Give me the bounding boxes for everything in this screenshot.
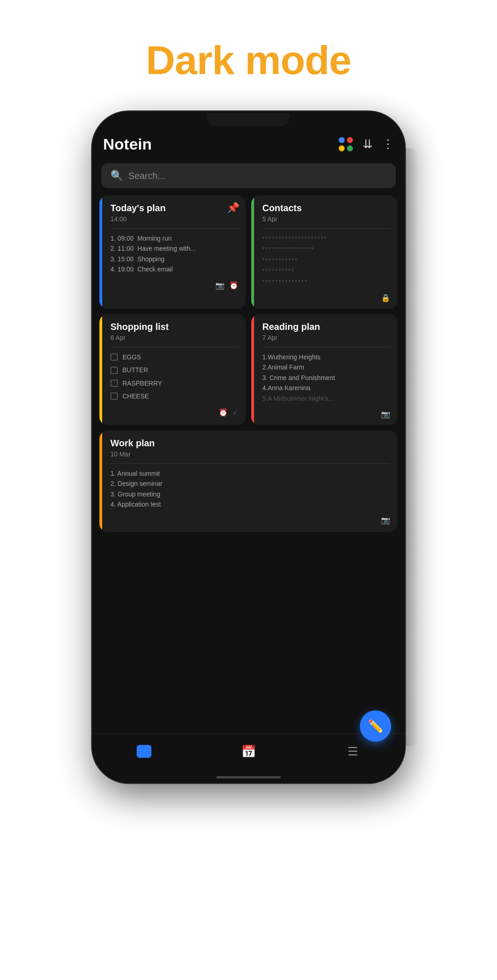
page-title: Dark mode <box>146 37 351 84</box>
list-item: CHEESE <box>110 391 238 401</box>
contacts-footer: 🔒 <box>259 294 390 302</box>
camera-icon: 📷 <box>215 281 225 290</box>
list-item: BUTTER <box>110 365 238 375</box>
notch <box>207 113 290 126</box>
alarm-icon: ⏰ <box>229 281 238 290</box>
work-footer: 📷 <box>107 516 390 525</box>
bottom-nav: 📅 ☰ <box>92 733 405 772</box>
menu-icon: ☰ <box>347 744 358 759</box>
lock-icon: 🔒 <box>381 294 390 302</box>
dot-yellow <box>339 145 345 151</box>
list-item: 2.Animal Farm <box>262 362 390 372</box>
work-body: 1. Annual summit 2. Design seminar 3. Gr… <box>110 468 390 510</box>
dot-red <box>347 137 353 143</box>
notes-nav-icon <box>137 745 151 758</box>
notes-row-2: Shopping list 6 Apr EGGS BUTTER <box>99 314 398 425</box>
list-item: 4. 19:00 Check email <box>110 264 238 274</box>
search-bar[interactable]: 🔍 Search... <box>101 163 396 188</box>
todays-plan-title: Today's plan <box>110 203 238 213</box>
checkbox[interactable] <box>110 380 118 387</box>
reading-date: 7 Apr <box>262 334 390 341</box>
fab-create-note[interactable]: ✏️ <box>360 710 391 742</box>
shopping-title: Shopping list <box>110 322 238 332</box>
list-item: 4. Application test <box>110 499 390 509</box>
more-options-icon[interactable]: ⋮ <box>382 137 394 151</box>
status-bar <box>92 111 405 128</box>
reading-title: Reading plan <box>262 322 390 332</box>
contacts-title: Contacts <box>262 203 390 213</box>
list-item: RASPBERRY <box>110 378 238 388</box>
search-icon: 🔍 <box>110 170 123 182</box>
divider <box>110 347 238 347</box>
notes-grid: 📌 Today's plan 14:00 1. 09:00 Morning ru… <box>92 196 405 733</box>
shopping-body: EGGS BUTTER RASPBERRY <box>110 352 238 402</box>
contacts-body: ******************** **************** **… <box>262 233 390 287</box>
shopping-footer: ⏰ ✓ <box>107 408 238 417</box>
list-item: 3. Group meeting <box>110 489 390 499</box>
dot-blue <box>339 137 345 143</box>
reading-body: 1.Wuthering Heights 2.Animal Farm 3. Cri… <box>262 352 390 404</box>
divider <box>110 228 238 229</box>
list-item: 1.Wuthering Heights <box>262 352 390 362</box>
item-label: BUTTER <box>122 365 148 375</box>
todays-plan-date: 14:00 <box>110 215 238 223</box>
pin-icon: 📌 <box>227 202 239 214</box>
list-item: 5.A Midsummer Night's... <box>262 393 390 404</box>
note-card-contacts[interactable]: Contacts 5 Apr ******************** ****… <box>251 196 398 309</box>
work-title: Work plan <box>110 438 390 449</box>
checkbox[interactable] <box>110 367 118 374</box>
contacts-date: 5 Apr <box>262 215 390 223</box>
google-dots-icon[interactable] <box>339 137 353 152</box>
divider <box>262 347 390 347</box>
shopping-date: 6 Apr <box>110 334 238 341</box>
calendar-icon: 📅 <box>241 744 256 759</box>
app-name: Notein <box>103 135 152 153</box>
home-bar <box>216 776 281 778</box>
shadow-right <box>405 148 419 746</box>
list-item: 1. Annual summit <box>110 468 390 478</box>
notes-row-1: 📌 Today's plan 14:00 1. 09:00 Morning ru… <box>99 196 398 309</box>
item-label: EGGS <box>122 352 141 362</box>
list-item: 2. 11:00 Have meeting with... <box>110 243 238 254</box>
todays-plan-footer: 📷 ⏰ <box>107 281 238 290</box>
todays-plan-body: 1. 09:00 Morning run 2. 11:00 Have meeti… <box>110 233 238 275</box>
sort-icon[interactable]: ⇊ <box>363 137 373 151</box>
item-label: RASPBERRY <box>122 378 162 388</box>
password-dots: ******************** **************** **… <box>262 233 390 287</box>
camera-icon: 📷 <box>381 410 390 419</box>
item-label: CHEESE <box>122 391 149 401</box>
phone-frame: Notein ⇊ ⋮ 🔍 Search... <box>92 111 405 783</box>
list-item: 3. Crime and Punishment <box>262 373 390 383</box>
alarm-icon: ⏰ <box>219 408 228 417</box>
divider <box>262 228 390 229</box>
search-input[interactable]: Search... <box>128 171 165 181</box>
reading-footer: 📷 <box>259 410 390 419</box>
check-icon: ✓ <box>232 408 238 417</box>
pencil-icon: ✏️ <box>368 719 384 734</box>
nav-notes[interactable] <box>130 741 158 761</box>
notes-row-3: Work plan 10 Mar 1. Annual summit 2. Des… <box>99 431 398 532</box>
header-icons: ⇊ ⋮ <box>339 137 394 152</box>
camera-icon: 📷 <box>381 516 390 525</box>
list-item: 4.Anna Karenina <box>262 383 390 393</box>
divider <box>110 463 390 464</box>
checkbox[interactable] <box>110 353 118 361</box>
dot-green <box>347 145 353 151</box>
note-card-shopping[interactable]: Shopping list 6 Apr EGGS BUTTER <box>99 314 246 425</box>
work-date: 10 Mar <box>110 450 390 458</box>
list-item: 1. 09:00 Morning run <box>110 233 238 243</box>
list-item: EGGS <box>110 352 238 362</box>
phone-screen: Notein ⇊ ⋮ 🔍 Search... <box>92 111 405 783</box>
nav-calendar[interactable]: 📅 <box>235 741 262 761</box>
phone-mockup: Notein ⇊ ⋮ 🔍 Search... <box>92 111 405 783</box>
checkbox[interactable] <box>110 392 118 400</box>
note-card-work[interactable]: Work plan 10 Mar 1. Annual summit 2. Des… <box>99 431 398 532</box>
nav-menu[interactable]: ☰ <box>339 741 367 761</box>
list-item: 2. Design seminar <box>110 478 390 489</box>
home-indicator <box>92 772 405 783</box>
app-header: Notein ⇊ ⋮ <box>92 128 405 159</box>
list-item: 3. 15:00 Shopping <box>110 254 238 264</box>
note-card-reading[interactable]: Reading plan 7 Apr 1.Wuthering Heights 2… <box>251 314 398 425</box>
note-card-todays-plan[interactable]: 📌 Today's plan 14:00 1. 09:00 Morning ru… <box>99 196 246 309</box>
